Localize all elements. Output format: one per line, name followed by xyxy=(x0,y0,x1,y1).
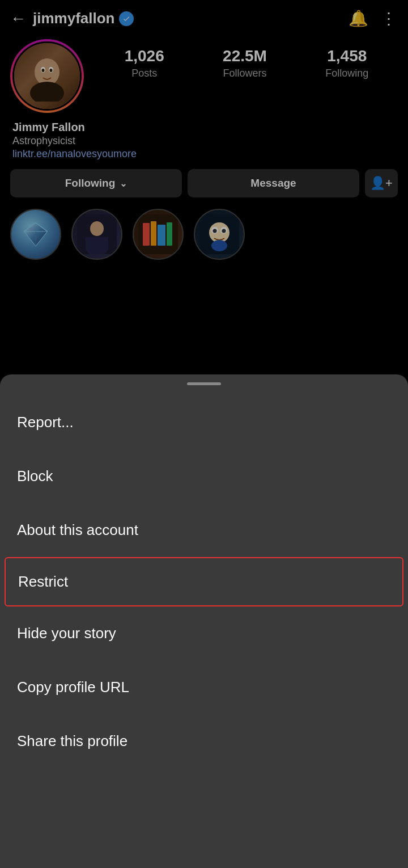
svg-rect-20 xyxy=(158,225,165,246)
username-row: jimmyfallon xyxy=(33,10,134,27)
highlight-item-person[interactable] xyxy=(71,209,122,260)
copy-profile-url-menu-item[interactable]: Copy profile URL xyxy=(0,660,408,714)
svg-rect-19 xyxy=(151,221,156,246)
svg-point-0 xyxy=(35,58,60,86)
posts-label: Posts xyxy=(131,68,157,79)
highlight-circle-diamond xyxy=(10,209,61,260)
svg-point-14 xyxy=(90,221,104,236)
svg-point-28 xyxy=(211,240,227,251)
block-menu-item[interactable]: Block xyxy=(0,449,408,503)
message-button[interactable]: Message xyxy=(188,169,359,197)
avatar-ring xyxy=(10,39,84,113)
highlight-circle-cartoon xyxy=(194,209,245,260)
stats-row: 1,026 Posts 22.5M Followers 1,458 Follow… xyxy=(95,39,398,79)
highlight-circle-person xyxy=(71,209,122,260)
svg-point-26 xyxy=(213,229,217,233)
avatar-container xyxy=(10,39,84,113)
avatar-image xyxy=(14,43,80,109)
highlight-item-cartoon[interactable] xyxy=(194,209,245,260)
bio-text: Astrophysicist xyxy=(12,135,396,147)
svg-point-4 xyxy=(42,69,45,72)
add-person-icon: 👤+ xyxy=(370,176,393,191)
bottom-sheet: Report... Block About this account Restr… xyxy=(0,374,408,868)
display-name: Jimmy Fallon xyxy=(12,121,396,134)
bio-link[interactable]: linktr.ee/nanalovesyoumore xyxy=(12,148,396,160)
about-account-menu-item[interactable]: About this account xyxy=(0,503,408,557)
posts-stat[interactable]: 1,026 Posts xyxy=(125,47,164,79)
bio-section: Jimmy Fallon Astrophysicist linktr.ee/na… xyxy=(10,121,398,160)
sheet-handle xyxy=(0,374,408,390)
svg-point-27 xyxy=(222,229,226,233)
report-menu-item[interactable]: Report... xyxy=(0,395,408,449)
add-friend-button[interactable]: 👤+ xyxy=(365,169,398,197)
handle-bar xyxy=(187,382,221,385)
highlight-item-diamond[interactable] xyxy=(10,209,61,260)
notification-icon[interactable]: 🔔 xyxy=(348,9,368,28)
followers-count: 22.5M xyxy=(223,47,267,65)
following-button[interactable]: Following ⌄ xyxy=(10,169,182,197)
highlights-row xyxy=(10,209,398,266)
sheet-menu: Report... Block About this account Restr… xyxy=(0,390,408,868)
highlight-item-books[interactable] xyxy=(133,209,184,260)
avatar[interactable] xyxy=(12,41,82,111)
followers-stat[interactable]: 22.5M Followers xyxy=(223,47,267,79)
posts-count: 1,026 xyxy=(125,47,164,65)
following-label: Following xyxy=(325,68,368,79)
svg-point-1 xyxy=(30,82,64,102)
header-icons: 🔔 ⋮ xyxy=(348,9,398,28)
profile-info-row: 1,026 Posts 22.5M Followers 1,458 Follow… xyxy=(10,39,398,113)
back-button[interactable]: ← xyxy=(10,10,26,28)
header-bar: ← jimmyfallon 🔔 ⋮ xyxy=(10,9,398,28)
svg-point-5 xyxy=(50,69,53,72)
svg-rect-18 xyxy=(143,223,150,246)
restrict-menu-item[interactable]: Restrict xyxy=(5,557,403,606)
followers-label: Followers xyxy=(223,68,266,79)
highlight-circle-books xyxy=(133,209,184,260)
following-stat[interactable]: 1,458 Following xyxy=(325,47,368,79)
more-options-icon[interactable]: ⋮ xyxy=(381,9,398,28)
following-count: 1,458 xyxy=(327,47,367,65)
verified-badge xyxy=(119,11,134,26)
svg-rect-16 xyxy=(86,237,108,248)
action-buttons: Following ⌄ Message 👤+ xyxy=(10,169,398,197)
username-text: jimmyfallon xyxy=(33,10,114,27)
svg-rect-21 xyxy=(167,222,172,246)
header-left: ← jimmyfallon xyxy=(10,10,134,28)
share-profile-menu-item[interactable]: Share this profile xyxy=(0,714,408,768)
profile-section: ← jimmyfallon 🔔 ⋮ xyxy=(0,0,408,266)
hide-story-menu-item[interactable]: Hide your story xyxy=(0,606,408,660)
